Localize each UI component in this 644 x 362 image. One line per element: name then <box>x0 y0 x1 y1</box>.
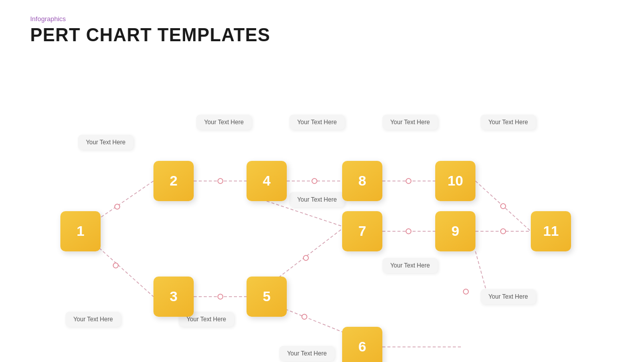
svg-point-7 <box>218 294 223 299</box>
svg-line-19 <box>475 181 531 231</box>
node-1[interactable]: 1 <box>60 211 101 251</box>
svg-point-16 <box>406 178 411 184</box>
text-box-9[interactable]: Your Text Here <box>65 312 121 327</box>
text-box-11[interactable]: Your Text Here <box>279 346 335 361</box>
text-box-5[interactable]: Your Text Here <box>480 115 536 130</box>
svg-point-11 <box>303 255 308 260</box>
svg-point-9 <box>312 178 317 184</box>
svg-line-23 <box>475 251 487 292</box>
node-6[interactable]: 6 <box>342 327 382 362</box>
text-box-2[interactable]: Your Text Here <box>196 115 252 130</box>
svg-point-3 <box>113 263 118 268</box>
node-5[interactable]: 5 <box>247 277 287 317</box>
text-box-1[interactable]: Your Text Here <box>78 135 133 150</box>
text-box-7[interactable]: Your Text Here <box>382 258 438 273</box>
node-9[interactable]: 9 <box>435 211 475 251</box>
node-3[interactable]: 3 <box>153 277 194 317</box>
text-box-8[interactable]: Your Text Here <box>480 289 536 304</box>
svg-point-13 <box>302 314 307 319</box>
svg-point-20 <box>501 204 506 209</box>
page-title: PERT CHART TEMPLATES <box>30 25 614 46</box>
node-4[interactable]: 4 <box>247 161 287 201</box>
svg-point-22 <box>501 229 506 234</box>
svg-point-5 <box>218 178 223 184</box>
chart-area: 1 2 3 4 5 6 7 8 9 10 11 Your Text Here Y… <box>0 60 644 362</box>
node-11[interactable]: 11 <box>531 211 571 251</box>
category-label: Infographics <box>30 15 614 23</box>
svg-point-1 <box>115 204 120 209</box>
page-header: Infographics PERT CHART TEMPLATES <box>0 0 644 51</box>
svg-point-24 <box>463 289 468 294</box>
node-7[interactable]: 7 <box>342 211 382 251</box>
svg-point-18 <box>406 229 411 234</box>
text-box-4[interactable]: Your Text Here <box>382 115 438 130</box>
node-10[interactable]: 10 <box>435 161 475 201</box>
node-2[interactable]: 2 <box>153 161 194 201</box>
text-box-6[interactable]: Your Text Here <box>289 192 345 207</box>
node-8[interactable]: 8 <box>342 161 382 201</box>
text-box-3[interactable]: Your Text Here <box>289 115 345 130</box>
